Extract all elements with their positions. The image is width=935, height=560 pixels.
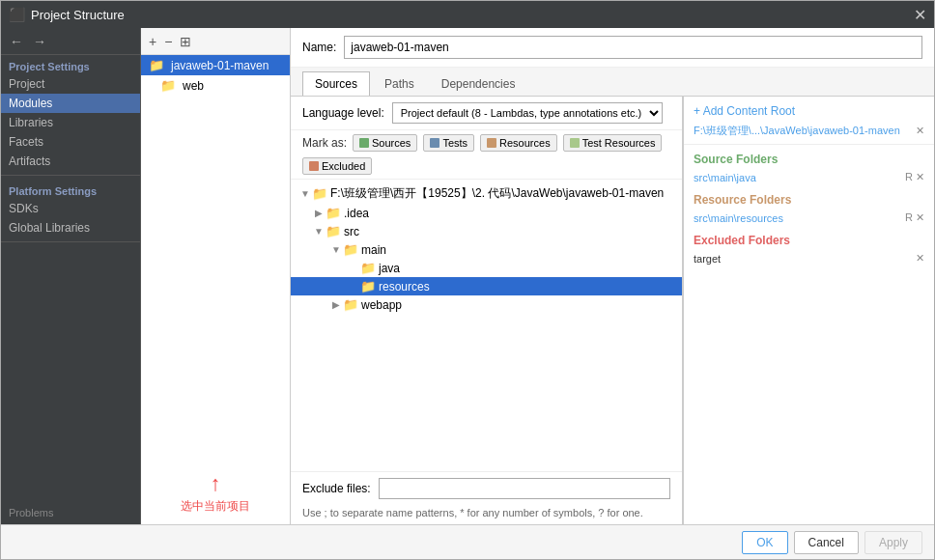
tree-node-src[interactable]: ▼ 📁 src bbox=[291, 222, 682, 240]
sidebar-item-facets[interactable]: Facets bbox=[1, 132, 140, 152]
close-button[interactable]: ✕ bbox=[914, 6, 926, 24]
tree-node-webapp-label: webapp bbox=[361, 298, 402, 312]
copy-module-button[interactable]: ⊞ bbox=[178, 34, 193, 49]
tree-node-webapp[interactable]: ▶ 📁 webapp bbox=[291, 295, 682, 314]
tab-dependencies[interactable]: Dependencies bbox=[429, 71, 528, 96]
excluded-folder-path[interactable]: target bbox=[694, 253, 916, 265]
tree-node-src-label: src bbox=[344, 225, 359, 238]
tree-node-idea[interactable]: ▶ 📁 .idea bbox=[291, 204, 682, 222]
source-folder-r-action[interactable]: R bbox=[905, 171, 913, 183]
excluded-folders-title: Excluded Folders bbox=[684, 226, 934, 250]
module-item-web-label: web bbox=[183, 79, 204, 93]
mark-excluded-button[interactable]: Excluded bbox=[302, 157, 372, 175]
exclude-hint: Use ; to separate name patterns, * for a… bbox=[291, 505, 682, 524]
resource-folder-remove-action[interactable]: ✕ bbox=[916, 211, 924, 224]
source-folder-remove-action[interactable]: ✕ bbox=[916, 171, 924, 183]
dialog-footer: OK Cancel Apply bbox=[1, 524, 934, 559]
mark-sources-button[interactable]: Sources bbox=[353, 134, 417, 152]
sidebar-item-problems[interactable]: Problems bbox=[1, 501, 140, 524]
tree-node-root-label: F:\班级管理\西开【19525】\2. 代码\JavaWeb\javaweb-… bbox=[330, 185, 664, 202]
tree-node-main-label: main bbox=[361, 243, 386, 257]
tree-node-root[interactable]: ▼ 📁 F:\班级管理\西开【19525】\2. 代码\JavaWeb\java… bbox=[291, 183, 682, 204]
source-folder-path[interactable]: src\main\java bbox=[694, 172, 905, 183]
info-close-icon[interactable]: ✕ bbox=[916, 125, 924, 137]
source-folder-actions: R ✕ bbox=[905, 171, 924, 183]
info-root-path[interactable]: F:\班级管理\...\JavaWeb\javaweb-01-maven ✕ bbox=[684, 122, 934, 145]
tab-sources[interactable]: Sources bbox=[302, 71, 370, 96]
tree-folder-icon-webapp: 📁 bbox=[343, 297, 358, 312]
tree-node-main[interactable]: ▼ 📁 main bbox=[291, 240, 682, 259]
sidebar-item-global-libraries[interactable]: Global Libraries bbox=[1, 218, 140, 238]
module-list: 📁 javaweb-01-maven 📁 web bbox=[141, 55, 290, 462]
annotation-area: ↑ 选中当前项目 bbox=[141, 462, 290, 524]
sidebar-item-libraries[interactable]: Libraries bbox=[1, 113, 140, 132]
sidebar-item-artifacts[interactable]: Artifacts bbox=[1, 152, 140, 171]
resource-folders-title: Resource Folders bbox=[684, 185, 934, 210]
info-panel: + Add Content Root F:\班级管理\...\JavaWeb\j… bbox=[683, 97, 934, 524]
excluded-folder-remove-action[interactable]: ✕ bbox=[916, 252, 924, 265]
sidebar-divider-2 bbox=[1, 241, 140, 242]
apply-button[interactable]: Apply bbox=[864, 531, 922, 554]
tree-node-resources[interactable]: 📁 resources bbox=[291, 277, 682, 295]
add-module-button[interactable]: + bbox=[147, 34, 158, 49]
module-item-javaweb[interactable]: 📁 javaweb-01-maven bbox=[141, 55, 290, 75]
sidebar: ← → Project Settings Project Modules Lib… bbox=[1, 28, 141, 524]
cancel-button[interactable]: Cancel bbox=[794, 531, 859, 554]
lang-row: Language level: Project default (8 - Lam… bbox=[291, 97, 682, 130]
remove-module-button[interactable]: − bbox=[162, 34, 174, 49]
tree-panel: Language level: Project default (8 - Lam… bbox=[291, 97, 683, 524]
tree-folder-icon-src: 📁 bbox=[326, 224, 341, 238]
exclude-label: Exclude files: bbox=[302, 482, 371, 495]
tab-paths[interactable]: Paths bbox=[372, 71, 427, 96]
main-area: ← → Project Settings Project Modules Lib… bbox=[1, 28, 934, 524]
lang-label: Language level: bbox=[302, 106, 384, 120]
tree-arrow-webapp: ▶ bbox=[329, 299, 343, 310]
tree-folder-icon-root: 📁 bbox=[312, 186, 327, 201]
tree-arrow-root: ▼ bbox=[298, 188, 312, 199]
lang-select[interactable]: Project default (8 - Lambdas, type annot… bbox=[392, 102, 663, 124]
sidebar-item-modules[interactable]: Modules bbox=[1, 94, 140, 113]
name-input[interactable] bbox=[344, 36, 922, 59]
mark-row: Mark as: Sources Tests Resources bbox=[291, 130, 682, 180]
tree-node-resources-label: resources bbox=[379, 280, 430, 294]
source-folder-item: src\main\java R ✕ bbox=[684, 169, 934, 185]
tree-folder-icon-resources: 📁 bbox=[360, 279, 376, 294]
nav-forward-button[interactable]: → bbox=[30, 34, 49, 49]
sources-dot bbox=[359, 138, 369, 148]
nav-back-button[interactable]: ← bbox=[7, 34, 26, 49]
add-content-root-button[interactable]: + Add Content Root bbox=[694, 104, 795, 118]
name-row: Name: bbox=[291, 28, 934, 68]
tree-node-java[interactable]: 📁 java bbox=[291, 259, 682, 277]
mark-test-resources-button[interactable]: Test Resources bbox=[563, 134, 663, 152]
content-panel: Name: Sources Paths Dependencies Languag… bbox=[291, 28, 934, 524]
sidebar-divider bbox=[1, 175, 140, 176]
resource-folder-path[interactable]: src\main\resources bbox=[694, 212, 905, 224]
module-item-web[interactable]: 📁 web bbox=[141, 75, 290, 96]
source-folders-title: Source Folders bbox=[684, 145, 934, 169]
tree-folder-icon-java: 📁 bbox=[360, 261, 376, 275]
tree-arrow-src: ▼ bbox=[312, 226, 326, 237]
project-settings-label: Project Settings bbox=[1, 55, 140, 74]
module-panel: + − ⊞ 📁 javaweb-01-maven 📁 web ↑ 选中当前项目 bbox=[141, 28, 291, 524]
exclude-input[interactable] bbox=[379, 478, 670, 499]
file-tree: ▼ 📁 F:\班级管理\西开【19525】\2. 代码\JavaWeb\java… bbox=[291, 180, 682, 471]
mark-label: Mark as: bbox=[302, 136, 347, 150]
title-bar: ⬛ Project Structure ✕ bbox=[1, 1, 934, 28]
sidebar-item-sdks[interactable]: SDKs bbox=[1, 199, 140, 218]
mark-tests-button[interactable]: Tests bbox=[423, 134, 474, 152]
sidebar-toolbar: ← → bbox=[1, 28, 140, 55]
platform-settings-label: Platform Settings bbox=[1, 180, 140, 199]
excluded-folder-item: target ✕ bbox=[684, 250, 934, 266]
resource-folder-actions: R ✕ bbox=[905, 211, 924, 224]
window-icon: ⬛ bbox=[9, 7, 25, 22]
resource-folder-r-action[interactable]: R bbox=[905, 211, 913, 224]
module-item-label: javaweb-01-maven bbox=[171, 59, 269, 72]
mark-resources-button[interactable]: Resources bbox=[480, 134, 557, 152]
module-toolbar: + − ⊞ bbox=[141, 28, 290, 55]
ok-button[interactable]: OK bbox=[742, 531, 787, 554]
sidebar-item-project[interactable]: Project bbox=[1, 74, 140, 94]
tree-node-java-label: java bbox=[379, 262, 400, 275]
module-folder-icon: 📁 bbox=[149, 58, 164, 72]
annotation-text: 选中当前项目 bbox=[149, 498, 282, 515]
project-structure-window: ⬛ Project Structure ✕ ← → Project Settin… bbox=[0, 0, 935, 560]
